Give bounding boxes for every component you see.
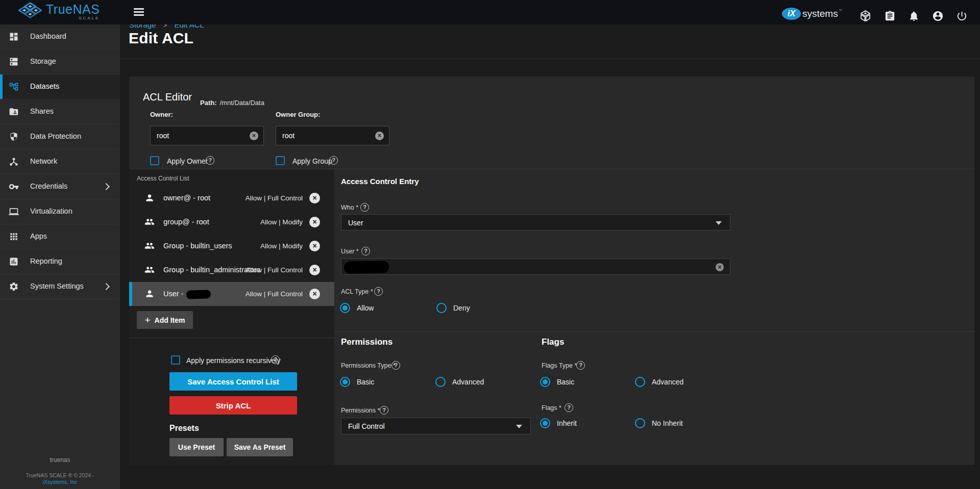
permissions-help-icon[interactable]: ?	[380, 406, 388, 415]
remove-entry-icon[interactable]: ×	[309, 217, 320, 227]
user-label: User *	[341, 248, 359, 255]
alerts-bell-icon[interactable]	[907, 9, 920, 22]
jobs-clipboard-icon[interactable]	[883, 9, 896, 22]
who-help-icon[interactable]: ?	[360, 203, 369, 212]
radio-permissions-basic[interactable]: Basic	[340, 377, 374, 387]
flags-type-label: Flags Type *	[542, 362, 577, 369]
radio-inherit[interactable]: Inherit	[540, 418, 577, 428]
dropdown-caret-icon	[716, 221, 722, 225]
user-input[interactable]: ×	[341, 259, 730, 275]
apply-group-checkbox[interactable]	[276, 156, 285, 165]
owner-group-input[interactable]: root ×	[276, 126, 389, 145]
sidebar-item-dashboard[interactable]: Dashboard	[0, 24, 120, 49]
acl-row-builtin-users[interactable]: Group - builtin_users Allow | Modify ×	[129, 234, 334, 258]
sidebar-item-virtualization[interactable]: Virtualization	[0, 199, 120, 224]
path-value: /mnt/Data/Data	[220, 99, 264, 107]
acl-type-help-icon[interactable]: ?	[374, 287, 383, 296]
hostname: truenas	[0, 456, 120, 464]
sidebar-item-credentials[interactable]: Credentials	[0, 174, 120, 199]
recursive-checkbox[interactable]	[171, 355, 180, 365]
sidebar-item-shares[interactable]: Shares	[0, 99, 120, 124]
sidebar-item-network[interactable]: Network	[0, 149, 120, 174]
permissions-select[interactable]: Full Control	[341, 418, 531, 434]
apply-owner-help-icon[interactable]: ?	[206, 156, 214, 165]
radio-deny[interactable]: Deny	[436, 303, 470, 313]
redacted-user-value	[344, 261, 389, 274]
truenas-logo-icon	[18, 2, 42, 21]
recursive-help-icon[interactable]: ?	[271, 355, 280, 364]
sidebar-item-system-settings[interactable]: System Settings	[0, 274, 120, 299]
save-acl-button[interactable]: Save Access Control List	[169, 372, 297, 391]
acl-editor-title: ACL Editor	[143, 91, 192, 103]
virtualization-laptop-icon	[9, 207, 19, 217]
acl-editor-section: ACL Editor Path:/mnt/Data/Data Owner: ro…	[129, 76, 974, 169]
radio-icon	[435, 377, 446, 387]
sidebar-item-storage[interactable]: Storage	[0, 49, 120, 74]
power-icon[interactable]	[955, 9, 968, 22]
use-preset-button[interactable]: Use Preset	[169, 438, 224, 456]
network-icon	[9, 157, 19, 167]
radio-no-inherit[interactable]: No Inherit	[635, 418, 683, 428]
radio-icon	[340, 377, 350, 387]
permissions-type-help-icon[interactable]: ?	[391, 361, 400, 370]
brand-name: TrueNAS	[46, 2, 100, 16]
acl-row-owner[interactable]: owner@ - root Allow | Full Control ×	[129, 186, 334, 210]
sidebar-item-reporting[interactable]: Reporting	[0, 249, 120, 274]
header-divider	[120, 59, 980, 59]
active-indicator	[0, 74, 3, 99]
copyright: TrueNAS SCALE ® © 2024 -	[0, 472, 120, 479]
datasets-icon	[9, 82, 19, 92]
owner-clear-icon[interactable]: ×	[250, 132, 258, 140]
sidebar-item-data-protection[interactable]: Data Protection	[0, 124, 120, 149]
apps-grid-icon	[9, 231, 19, 242]
owner-group-clear-icon[interactable]: ×	[375, 132, 384, 140]
remove-entry-icon[interactable]: ×	[309, 265, 320, 275]
radio-flags-basic[interactable]: Basic	[540, 377, 574, 387]
permissions-heading: Permissions	[341, 337, 393, 347]
sidebar-item-datasets[interactable]: Datasets	[0, 74, 120, 99]
selected-indicator	[129, 282, 132, 306]
plus-icon: +	[145, 315, 151, 326]
acl-list-caption: Access Control List	[137, 175, 189, 182]
sidenav-toggle-icon[interactable]	[134, 8, 144, 16]
truenas-cube-icon[interactable]	[859, 9, 872, 22]
credentials-key-icon	[9, 182, 19, 192]
owner-input[interactable]: root ×	[150, 126, 264, 145]
remove-entry-icon[interactable]: ×	[309, 241, 320, 251]
dropdown-caret-icon	[516, 425, 522, 428]
who-label: Who *	[341, 204, 358, 211]
recursive-label: Apply permissions recursively	[186, 356, 280, 365]
save-as-preset-button[interactable]: Save As Preset	[227, 438, 293, 456]
flags-label: Flags *	[542, 404, 561, 411]
remove-entry-icon[interactable]: ×	[309, 193, 320, 203]
ixsystems-logo[interactable]: iX systems ™	[782, 8, 842, 20]
radio-icon	[635, 418, 645, 428]
acl-row-builtin-administrators[interactable]: Group - builtin_administrators Allow | F…	[129, 258, 334, 282]
ixsystems-link[interactable]: iXsystems, Inc	[0, 479, 120, 485]
who-select[interactable]: User	[341, 214, 730, 230]
flags-help-icon[interactable]: ?	[565, 403, 573, 412]
remove-entry-icon[interactable]: ×	[309, 289, 320, 299]
acl-row-user-selected[interactable]: User - Allow | Full Control ×	[129, 282, 334, 306]
redacted-username	[186, 290, 211, 299]
radio-permissions-advanced[interactable]: Advanced	[435, 377, 484, 387]
chevron-right-icon	[103, 283, 110, 290]
radio-allow[interactable]: Allow	[340, 303, 374, 313]
add-item-button[interactable]: + Add Item	[137, 311, 193, 329]
sidebar-item-apps[interactable]: Apps	[0, 224, 120, 249]
radio-icon	[540, 418, 550, 428]
flags-type-help-icon[interactable]: ?	[576, 361, 585, 370]
left-panel-divider	[129, 338, 334, 338]
user-clear-icon[interactable]: ×	[716, 263, 724, 271]
radio-flags-advanced[interactable]: Advanced	[635, 377, 683, 387]
account-icon[interactable]	[931, 9, 944, 22]
user-help-icon[interactable]: ?	[361, 247, 370, 255]
acl-type-label: ACL Type *	[341, 288, 373, 295]
apply-group-help-icon[interactable]: ?	[329, 156, 338, 165]
group-icon	[144, 265, 155, 275]
strip-acl-button[interactable]: Strip ACL	[169, 396, 297, 415]
ix-trademark: ™	[839, 9, 842, 12]
apply-owner-checkbox[interactable]	[150, 156, 159, 165]
truenas-logo[interactable]: TrueNAS SCALE	[18, 2, 100, 21]
acl-row-group[interactable]: group@ - root Allow | Modify ×	[129, 210, 334, 234]
